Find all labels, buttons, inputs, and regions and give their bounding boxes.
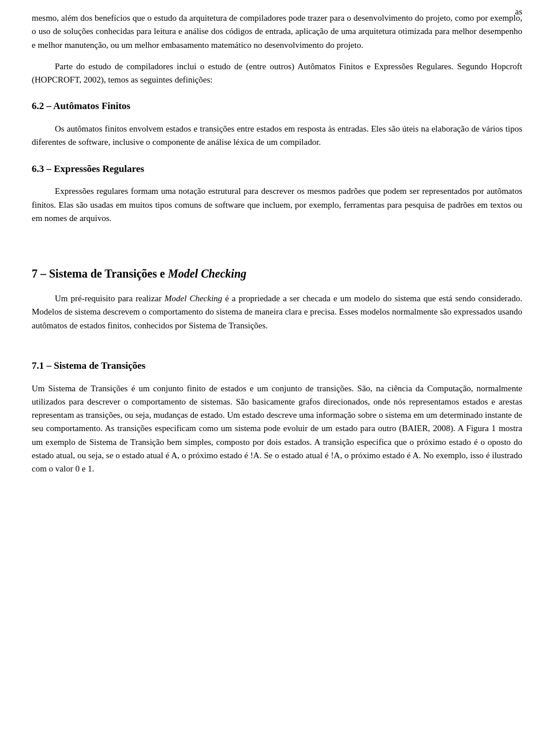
ch7-italic: Model Checking <box>168 267 246 280</box>
section-63-heading: 6.3 – Expressões Regulares <box>32 162 522 176</box>
section-62-para1: Os autômatos finitos envolvem estados e … <box>32 122 522 149</box>
opening-block: mesmo, além dos benefícios que o estudo … <box>32 12 522 52</box>
chapter-7-para1: Um pré-requisito para realizar Model Che… <box>32 292 522 332</box>
partial-word-top-right: as <box>515 7 523 17</box>
chapter-7-para1-before: Um pré-requisito para realizar <box>55 294 164 303</box>
chapter-7-para1-italic: Model Checking <box>164 294 222 303</box>
opening-paragraph: mesmo, além dos benefícios que o estudo … <box>32 12 522 52</box>
section-71-heading: 7.1 – Sistema de Transições <box>32 359 522 373</box>
section-62-heading: 6.2 – Autômatos Finitos <box>32 99 522 113</box>
parte-paragraph: Parte do estudo de compiladores inclui o… <box>32 60 522 87</box>
section-63-para1: Expressões regulares formam uma notação … <box>32 185 522 225</box>
section-71-para1: Um Sistema de Transições é um conjunto f… <box>32 382 522 476</box>
chapter-7-heading: 7 – Sistema de Transições e Model Checki… <box>32 265 522 282</box>
page-container: mesmo, além dos benefícios que o estudo … <box>0 0 554 507</box>
